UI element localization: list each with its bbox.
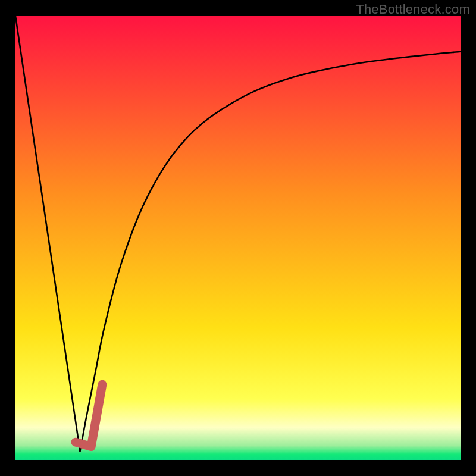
curve-left-branch xyxy=(15,16,80,451)
chart-frame: TheBottleneck.com xyxy=(0,0,476,476)
watermark-text: TheBottleneck.com xyxy=(356,2,470,17)
plot-area xyxy=(15,16,461,460)
curve-right-branch xyxy=(80,52,461,451)
accent-segment xyxy=(76,384,102,446)
bottleneck-curve xyxy=(15,16,461,460)
